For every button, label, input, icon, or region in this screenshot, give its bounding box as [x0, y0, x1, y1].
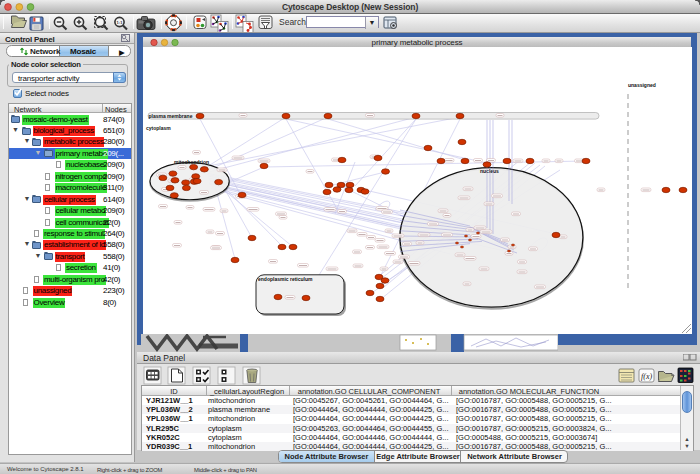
svg-text:unassigned: unassigned — [628, 82, 656, 88]
svg-text:cytoplasm: cytoplasm — [146, 125, 171, 131]
svg-text:plasma membrane: plasma membrane — [149, 113, 193, 119]
svg-text:endoplasmic reticulum: endoplasmic reticulum — [258, 276, 313, 282]
svg-text:1:1: 1:1 — [117, 20, 124, 25]
svg-text:nucleus: nucleus — [480, 168, 499, 174]
svg-text:mitochondrion: mitochondrion — [174, 159, 209, 165]
svg-text:f(x): f(x) — [641, 372, 652, 381]
